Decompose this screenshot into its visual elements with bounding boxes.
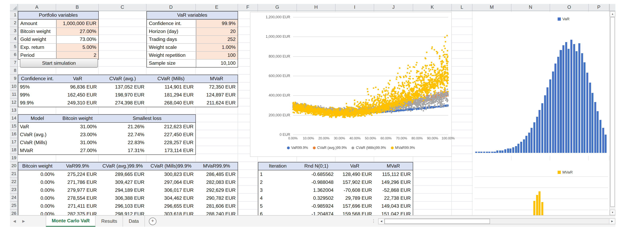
- cell[interactable]: 100: [196, 52, 238, 59]
- cell[interactable]: Weight scale: [147, 44, 196, 51]
- cell[interactable]: 0.00%: [18, 210, 56, 215]
- cell[interactable]: 10,100: [196, 60, 238, 67]
- column-header-O[interactable]: O: [550, 4, 589, 11]
- cell[interactable]: 0.00%: [18, 170, 56, 178]
- cell[interactable]: Weight repetition: [147, 52, 196, 59]
- cell[interactable]: 212,623 EUR: [146, 123, 196, 131]
- cell[interactable]: -70,608 EUR: [336, 186, 374, 194]
- cell[interactable]: 99.9%: [196, 20, 238, 27]
- cell[interactable]: -0.988048: [297, 178, 336, 186]
- cell[interactable]: 17.31%: [99, 146, 146, 154]
- row-header-21[interactable]: 21: [10, 170, 18, 178]
- cell[interactable]: 274,398 EUR: [99, 99, 146, 107]
- cell[interactable]: 3: [258, 186, 297, 194]
- column-header-K[interactable]: K: [413, 4, 452, 11]
- row-header-17[interactable]: 17: [10, 138, 18, 146]
- prev-sheet-icon[interactable]: ◀: [13, 219, 16, 223]
- row-header-11[interactable]: 11: [10, 91, 18, 99]
- column-header-cell[interactable]: VaR99.9%: [56, 162, 99, 170]
- column-header-cell[interactable]: Confidence int.: [18, 75, 56, 83]
- row-header-7[interactable]: 7: [10, 59, 18, 67]
- cell[interactable]: MVaR: [18, 146, 56, 154]
- column-header-cell[interactable]: MVaR: [374, 162, 413, 170]
- row-header-3[interactable]: 3: [10, 27, 18, 35]
- row-header-15[interactable]: 15: [10, 122, 18, 130]
- column-header-P[interactable]: P: [589, 4, 609, 11]
- sheet-tab-monte-carlo-var[interactable]: Monte Carlo VaR: [46, 216, 96, 227]
- cell[interactable]: 95%: [18, 83, 56, 91]
- cell[interactable]: 159,568 EUR: [336, 210, 374, 215]
- column-header-E[interactable]: E: [196, 4, 238, 11]
- cell[interactable]: 304,462 EUR: [146, 194, 196, 202]
- cell[interactable]: Gold weight: [18, 36, 56, 43]
- cell[interactable]: CVaR (avg.): [18, 131, 56, 138]
- cell[interactable]: -0.985924: [297, 202, 336, 210]
- cell[interactable]: 1,000,000 EUR: [56, 20, 98, 27]
- scroll-down-icon[interactable]: ▼: [610, 210, 615, 215]
- cell[interactable]: 149,043 EUR: [374, 202, 413, 210]
- cell[interactable]: 2: [56, 52, 98, 59]
- cell[interactable]: Exp. return: [18, 44, 56, 51]
- cell[interactable]: 124,897 EUR: [196, 91, 238, 99]
- cell[interactable]: 6: [258, 210, 297, 215]
- cell[interactable]: 21.26%: [99, 123, 146, 131]
- sheet-tab-results[interactable]: Results: [96, 216, 123, 227]
- cell[interactable]: -1.204874: [297, 210, 336, 215]
- cell[interactable]: 268,040 EUR: [146, 99, 196, 107]
- cell[interactable]: 227,450 EUR: [146, 131, 196, 138]
- cell[interactable]: 271,411 EUR: [56, 202, 99, 210]
- column-header-N[interactable]: N: [512, 4, 550, 11]
- select-all-corner[interactable]: [10, 4, 18, 11]
- cell[interactable]: 0.00%: [18, 186, 56, 194]
- cell[interactable]: 31.00%: [56, 123, 99, 131]
- cell[interactable]: 5.00%: [56, 44, 98, 51]
- cell[interactable]: 228,257 EUR: [146, 138, 196, 146]
- cell[interactable]: Horizon (day): [147, 28, 196, 35]
- row-header-1[interactable]: 1: [10, 11, 18, 19]
- cell[interactable]: 290,782 EUR: [196, 194, 238, 202]
- row-header-14[interactable]: 14: [10, 114, 18, 122]
- row-header-12[interactable]: 12: [10, 99, 18, 107]
- tab-splitter-icon[interactable]: ⋮: [371, 218, 376, 224]
- row-header-22[interactable]: 22: [10, 178, 18, 186]
- cell[interactable]: 157,902 EUR: [336, 178, 374, 186]
- column-header-A[interactable]: A: [18, 4, 56, 11]
- scroll-left-icon[interactable]: ◀: [378, 219, 384, 224]
- column-header-I[interactable]: I: [336, 4, 374, 11]
- column-header-B[interactable]: B: [56, 4, 99, 11]
- cell[interactable]: 288,240 EUR: [196, 210, 238, 215]
- cell[interactable]: 115,112 EUR: [374, 170, 413, 178]
- scroll-right-icon[interactable]: ▶: [609, 219, 615, 224]
- cell[interactable]: 0.00%: [18, 202, 56, 210]
- cell[interactable]: 96,836 EUR: [56, 83, 99, 91]
- cell[interactable]: 294,189 EUR: [99, 186, 146, 194]
- column-header-cell[interactable]: CVaR (avg.)99.9%: [99, 162, 146, 170]
- cell[interactable]: -52,868 EUR: [374, 186, 413, 194]
- vertical-scrollbar[interactable]: ▲ ▼: [609, 11, 615, 215]
- row-header-25[interactable]: 25: [10, 202, 18, 210]
- column-header-cell[interactable]: CVaR (Mills): [146, 75, 196, 83]
- cell[interactable]: 296,655 EUR: [146, 202, 196, 210]
- cell[interactable]: Sample size: [147, 60, 196, 67]
- cell[interactable]: 309,427 EUR: [99, 178, 146, 186]
- cell[interactable]: 149,296 EUR: [374, 178, 413, 186]
- cell[interactable]: 292,629 EUR: [196, 186, 238, 194]
- cell[interactable]: 27.00%: [56, 28, 98, 35]
- row-header-10[interactable]: 10: [10, 83, 18, 91]
- row-header-2[interactable]: 2: [10, 19, 18, 27]
- row-header-4[interactable]: 4: [10, 35, 18, 43]
- cell[interactable]: 298,912 EUR: [99, 210, 146, 215]
- worksheet-area[interactable]: ABCDEFGHIJKLMNOP 12345678910111213141516…: [0, 0, 615, 215]
- cell[interactable]: 1.362004: [297, 186, 336, 194]
- cell[interactable]: 73.00%: [56, 36, 98, 43]
- cell[interactable]: 173,114 EUR: [146, 146, 196, 154]
- cell[interactable]: Confidence int.: [147, 20, 196, 27]
- horizontal-scrollbar-thumb[interactable]: [384, 219, 490, 224]
- cell[interactable]: 22.83%: [99, 138, 146, 146]
- cell[interactable]: 303,618 EUR: [146, 210, 196, 215]
- row-header-19[interactable]: 19: [10, 154, 18, 162]
- cell[interactable]: 0.00%: [18, 178, 56, 186]
- column-header-L[interactable]: L: [452, 4, 472, 11]
- add-sheet-icon[interactable]: +: [149, 218, 156, 225]
- cell[interactable]: -0.685562: [297, 170, 336, 178]
